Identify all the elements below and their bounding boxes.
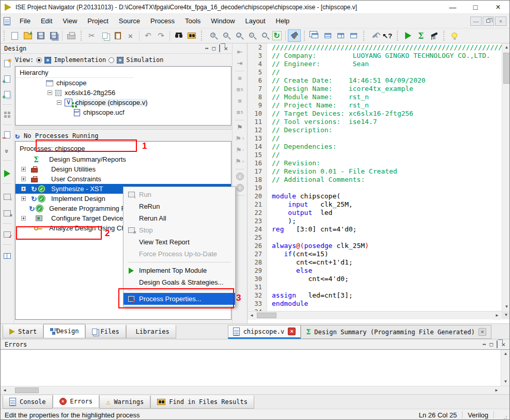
- code-line[interactable]: 11// Tool versions: ise14.7: [248, 118, 502, 126]
- implementation-radio[interactable]: [36, 57, 42, 63]
- menu-item-edit[interactable]: Edit: [36, 17, 57, 25]
- toggle-lines-button[interactable]: ≡: [235, 74, 245, 83]
- indent-lines-button[interactable]: ≡: [235, 97, 245, 105]
- code-line[interactable]: 6// Create Date: 14:46:51 04/09/2020: [248, 76, 502, 85]
- simulation-radio[interactable]: [109, 57, 114, 63]
- menu-item-view[interactable]: View: [57, 17, 82, 25]
- errors-scroll-thumb[interactable]: [15, 387, 39, 393]
- tree-expander-icon[interactable]: −: [57, 100, 61, 105]
- run-button[interactable]: [401, 29, 414, 42]
- process-item[interactable]: +User Constraints: [16, 174, 231, 184]
- minimize-button[interactable]: —: [441, 1, 464, 13]
- tree-expander-icon[interactable]: +: [21, 177, 26, 181]
- analyzer-button[interactable]: [427, 29, 440, 42]
- menu-item-process[interactable]: Process: [145, 17, 180, 25]
- mdi-close-button[interactable]: ×: [495, 17, 506, 26]
- delete-button[interactable]: ×: [124, 29, 137, 42]
- manage-partitions-button[interactable]: [2, 109, 13, 120]
- tile-vertical-button[interactable]: [334, 29, 347, 42]
- undo-button[interactable]: ↶: [142, 29, 154, 42]
- hierarchy-item[interactable]: chipscope.ucf: [16, 107, 231, 117]
- mdi-restore-button[interactable]: [483, 17, 494, 26]
- rerun-process-button[interactable]: ↓: [2, 191, 13, 203]
- code-line[interactable]: 4// Engineer: Sean: [248, 60, 502, 68]
- tab-files[interactable]: Files: [85, 325, 126, 338]
- code-line[interactable]: 26always@(posedge clk_25M): [248, 242, 502, 250]
- code-area[interactable]: 2///////////////////////////////////////…: [248, 43, 502, 311]
- panel-maximize-icon[interactable]: □: [212, 45, 216, 52]
- tab-design[interactable]: Design: [43, 324, 85, 338]
- add-copy-source-button[interactable]: +: [2, 89, 13, 100]
- tree-expander-icon[interactable]: +: [21, 196, 26, 201]
- settings-button[interactable]: [368, 29, 381, 42]
- toggle-line-numbers-button[interactable]: ≡5: [235, 85, 245, 94]
- code-line[interactable]: 8// Module Name: rst_n: [248, 93, 502, 101]
- menu-item-help[interactable]: Help: [271, 17, 295, 25]
- editor-horizontal-scrollbar[interactable]: ◄ ►: [248, 311, 502, 319]
- console-tab-errors[interactable]: ×Errors: [53, 395, 99, 408]
- cascade-windows-button[interactable]: [308, 29, 321, 42]
- context-menu-item-design-goals-strategies[interactable]: Design Goals & Strategies...: [123, 276, 235, 288]
- horizontal-scroll-thumb[interactable]: [257, 313, 276, 318]
- errors-float-icon[interactable]: [497, 341, 498, 348]
- vertical-scroll-thumb[interactable]: [503, 53, 510, 84]
- code-line[interactable]: 5//: [248, 68, 502, 76]
- errors-scroll-right[interactable]: ►: [492, 386, 501, 395]
- console-tab-warnings[interactable]: ⚠Warnings: [99, 396, 150, 409]
- remove-source-button[interactable]: −: [2, 129, 13, 141]
- code-line[interactable]: 10// Target Devices: xc6slx16-2ftg256: [248, 110, 502, 118]
- hierarchy-item[interactable]: chipscope: [16, 78, 231, 88]
- code-line[interactable]: 27 if(cnt<=15): [248, 250, 502, 258]
- tips-button[interactable]: [448, 29, 461, 42]
- process-item[interactable]: ΣDesign Summary/Reports: [16, 154, 231, 164]
- errors-horizontal-scrollbar[interactable]: ◄ ►: [1, 386, 509, 394]
- new-source-button[interactable]: ✱: [2, 58, 13, 69]
- scroll-right-arrow[interactable]: ►: [493, 312, 501, 320]
- tree-expander-icon[interactable]: +: [21, 186, 26, 191]
- print-button[interactable]: [65, 29, 78, 42]
- menu-item-file[interactable]: File: [14, 17, 36, 25]
- zoom-box-button[interactable]: ▫: [244, 29, 257, 42]
- menu-item-project[interactable]: Project: [82, 17, 113, 25]
- tree-expander-icon[interactable]: +: [21, 216, 26, 221]
- stop-process-button[interactable]: ×: [2, 208, 13, 219]
- code-line[interactable]: 9// Project Name: rst_n: [248, 101, 502, 110]
- panel-dock-icon[interactable]: ↔: [205, 45, 209, 52]
- code-line[interactable]: 13//: [248, 134, 502, 143]
- code-line[interactable]: 28 cnt<=cnt+1'd1;: [248, 258, 502, 267]
- smartxplorer-button[interactable]: [288, 29, 301, 42]
- design-summary-button[interactable]: Σ: [414, 29, 427, 42]
- code-line[interactable]: 16// Revision:: [248, 159, 502, 167]
- tree-expander-icon[interactable]: −: [48, 90, 52, 95]
- errors-scroll-left[interactable]: ◄: [1, 386, 9, 395]
- tile-horizontal-button[interactable]: [321, 29, 334, 42]
- hierarchy-item[interactable]: −xc6slx16-2ftg256: [16, 88, 231, 98]
- scroll-left-arrow[interactable]: ◄: [248, 312, 256, 320]
- context-menu-item-rerun-all[interactable]: Rerun All: [123, 212, 235, 224]
- errors-maximize-icon[interactable]: □: [490, 341, 493, 348]
- zoom-full-button[interactable]: ⤢: [231, 29, 244, 42]
- indent-numbers-button[interactable]: ≡5: [235, 108, 245, 117]
- scroll-down-arrow[interactable]: ▼: [502, 303, 510, 311]
- find-button[interactable]: [172, 29, 185, 42]
- open-project-button[interactable]: [21, 29, 34, 42]
- tab-close-icon[interactable]: ×: [288, 328, 296, 335]
- code-line[interactable]: 22 output led: [248, 209, 502, 217]
- save-button[interactable]: [34, 29, 47, 42]
- nav-forward-button[interactable]: ›: [235, 183, 245, 192]
- code-line[interactable]: 33endmodule: [248, 300, 502, 308]
- zoom-out-button[interactable]: −: [219, 29, 231, 42]
- context-menu-item-implement-top-module[interactable]: Implement Top Module: [123, 265, 235, 276]
- code-line[interactable]: 15//: [248, 151, 502, 159]
- menu-item-window[interactable]: Window: [206, 17, 240, 25]
- arrange-windows-button[interactable]: [347, 29, 360, 42]
- console-tab-console[interactable]: Console: [3, 396, 53, 409]
- add-source-button[interactable]: +: [2, 73, 13, 85]
- code-line[interactable]: 24reg [3:0] cnt=4'd0;: [248, 225, 502, 234]
- prev-bookmark-button[interactable]: ⚑?: [235, 134, 245, 143]
- zoom-sel-button[interactable]: [257, 29, 270, 42]
- tab-start[interactable]: Start: [3, 325, 43, 338]
- panel-float-icon[interactable]: [219, 45, 220, 52]
- code-line[interactable]: 18// Additional Comments:: [248, 176, 502, 184]
- menu-item-layout[interactable]: Layout: [240, 17, 271, 25]
